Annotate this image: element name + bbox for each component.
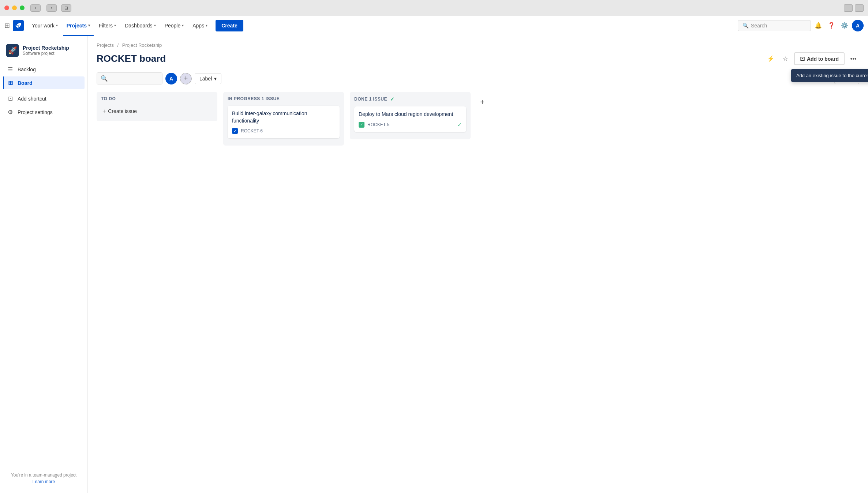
sidebar-backlog-wrapper: ☰ Backlog xyxy=(3,63,85,76)
settings-icon[interactable]: ⚙️ xyxy=(839,20,850,31)
maximize-button[interactable] xyxy=(20,5,25,10)
issue-title: Deploy to Mars cloud region development xyxy=(359,111,462,118)
nav-apps[interactable]: Apps ▾ xyxy=(189,20,211,31)
issue-card-rocket-5[interactable]: Deploy to Mars cloud region development … xyxy=(354,106,466,132)
add-user-button[interactable]: + xyxy=(180,73,192,84)
column-todo-header: TO DO xyxy=(101,96,213,101)
done-check-icon: ✓ xyxy=(457,122,462,128)
sidebar-toggle-button[interactable]: ⊟ xyxy=(61,4,71,12)
create-issue-button[interactable]: + Create issue xyxy=(101,106,213,117)
board-user-avatar[interactable]: A xyxy=(165,73,177,84)
add-board-icon: ⊡ xyxy=(800,55,805,62)
create-button[interactable]: Create xyxy=(216,20,243,31)
column-in-progress: IN PROGRESS 1 ISSUE Build inter-galaxy c… xyxy=(223,92,344,146)
page-title-row: ROCKET board ⚡ ☆ ⊡ Add to board Add an e… xyxy=(97,52,859,65)
chevron-down-icon: ▾ xyxy=(182,23,184,27)
board-search-input[interactable] xyxy=(110,76,158,82)
nav-people[interactable]: People ▾ xyxy=(161,20,188,31)
issue-key: ROCKET-5 xyxy=(367,122,389,127)
chevron-down-icon: ▾ xyxy=(114,23,116,27)
chevron-down-icon: ▾ xyxy=(88,23,90,27)
chevron-down-icon: ▾ xyxy=(56,23,58,27)
toolbar-icons: ⚡ ☆ ⊡ Add to board Add an existing issue… xyxy=(765,52,859,65)
sidebar-item-board[interactable]: ⊞ Board xyxy=(3,76,85,89)
issue-key: ROCKET-6 xyxy=(241,128,263,133)
nav-your-work[interactable]: Your work ▾ xyxy=(28,20,61,31)
column-done-header: DONE 1 ISSUE ✓ xyxy=(354,96,466,102)
sidebar-nav: ☰ Backlog ⊞ Board ⊡ Add shortcut ⚙ Proje… xyxy=(3,63,85,470)
page-title: ROCKET board xyxy=(97,53,760,64)
board-search[interactable]: 🔍 xyxy=(97,72,162,84)
nav-filters[interactable]: Filters ▾ xyxy=(95,20,120,31)
search-icon: 🔍 xyxy=(101,75,108,82)
nav-dashboards[interactable]: Dashboards ▾ xyxy=(121,20,160,31)
project-header: 🚀 Project Rocketship Software project xyxy=(3,41,85,60)
sidebar: 🚀 Project Rocketship Software project ☰ … xyxy=(0,35,88,493)
issue-type-icon: ✓ xyxy=(359,122,364,128)
board-icon: ⊞ xyxy=(7,79,14,86)
share-icon[interactable] xyxy=(844,4,853,12)
grid-icon[interactable]: ⊞ xyxy=(4,22,10,30)
nav-projects[interactable]: Projects ▾ xyxy=(63,20,94,31)
search-icon: 🔍 xyxy=(742,23,749,29)
add-to-board-button[interactable]: ⊡ Add to board Add an existing issue to … xyxy=(794,52,845,65)
column-done: DONE 1 ISSUE ✓ Deploy to Mars cloud regi… xyxy=(350,92,471,139)
minimize-button[interactable] xyxy=(12,5,17,10)
fullscreen-icon[interactable] xyxy=(855,4,864,12)
issue-meta: ✓ ROCKET-6 xyxy=(232,128,335,134)
notifications-icon[interactable]: 🔔 xyxy=(812,20,824,31)
add-shortcut-icon: ⊡ xyxy=(7,95,14,102)
board-columns: TO DO + Create issue IN PROGRESS 1 ISSUE… xyxy=(97,92,859,146)
sidebar-item-add-shortcut[interactable]: ⊡ Add shortcut xyxy=(3,92,85,105)
title-bar: ‹ › ⊟ xyxy=(0,0,868,16)
backlog-icon: ☰ xyxy=(7,66,14,73)
settings-icon: ⚙ xyxy=(7,109,14,116)
board-toolbar: 🔍 A + Label ▾ GROUP BY None ▾ xyxy=(97,72,859,84)
label-filter[interactable]: Label ▾ xyxy=(195,73,221,84)
done-check-icon: ✓ xyxy=(390,96,395,102)
chevron-down-icon: ▾ xyxy=(214,76,217,82)
search-box[interactable]: 🔍 Search xyxy=(738,20,811,31)
add-column-button[interactable]: + xyxy=(476,96,488,108)
avatar[interactable]: A xyxy=(852,20,864,31)
chevron-down-icon: ▾ xyxy=(154,23,156,27)
help-icon[interactable]: ❓ xyxy=(826,20,837,31)
breadcrumb-projects[interactable]: Projects xyxy=(97,42,114,48)
project-type: Software project xyxy=(23,51,82,56)
breadcrumb-project[interactable]: Project Rocketship xyxy=(122,42,162,48)
learn-more-link[interactable]: Learn more xyxy=(6,479,82,484)
project-name: Project Rocketship xyxy=(23,45,82,51)
issue-type-icon: ✓ xyxy=(232,128,238,134)
chevron-down-icon: ▾ xyxy=(206,23,207,27)
team-text: You're in a team-managed project xyxy=(6,473,82,478)
sidebar-item-project-settings[interactable]: ⚙ Project settings xyxy=(3,106,85,118)
more-options-button[interactable]: ••• xyxy=(848,53,859,65)
close-button[interactable] xyxy=(4,5,9,10)
forward-button[interactable]: › xyxy=(46,4,57,12)
column-in-progress-header: IN PROGRESS 1 ISSUE xyxy=(228,96,340,101)
sidebar-bottom: You're in a team-managed project Learn m… xyxy=(3,470,85,487)
issue-card-rocket-6[interactable]: Build inter-galaxy communication functio… xyxy=(228,106,340,138)
lightning-icon-button[interactable]: ⚡ xyxy=(765,53,777,65)
back-button[interactable]: ‹ xyxy=(30,4,41,12)
star-icon-button[interactable]: ☆ xyxy=(779,53,791,65)
column-todo: TO DO + Create issue xyxy=(97,92,217,121)
top-nav: ⊞ Your work ▾ Projects ▾ Filters ▾ Dashb… xyxy=(0,16,868,35)
sidebar-item-backlog[interactable]: ☰ Backlog xyxy=(3,63,85,76)
main-content: Projects / Project Rocketship ROCKET boa… xyxy=(88,35,868,493)
issue-title: Build inter-galaxy communication functio… xyxy=(232,110,335,124)
plus-icon: + xyxy=(102,108,106,114)
sidebar-board-wrapper: ⊞ Board xyxy=(3,76,85,89)
add-to-board-tooltip: Add an existing issue to the current boa… xyxy=(791,69,868,82)
breadcrumb: Projects / Project Rocketship xyxy=(97,42,859,48)
jira-logo[interactable] xyxy=(13,20,24,31)
app-body: 🚀 Project Rocketship Software project ☰ … xyxy=(0,35,868,493)
project-icon: 🚀 xyxy=(6,44,19,57)
issue-meta: ✓ ROCKET-5 ✓ xyxy=(359,122,462,128)
